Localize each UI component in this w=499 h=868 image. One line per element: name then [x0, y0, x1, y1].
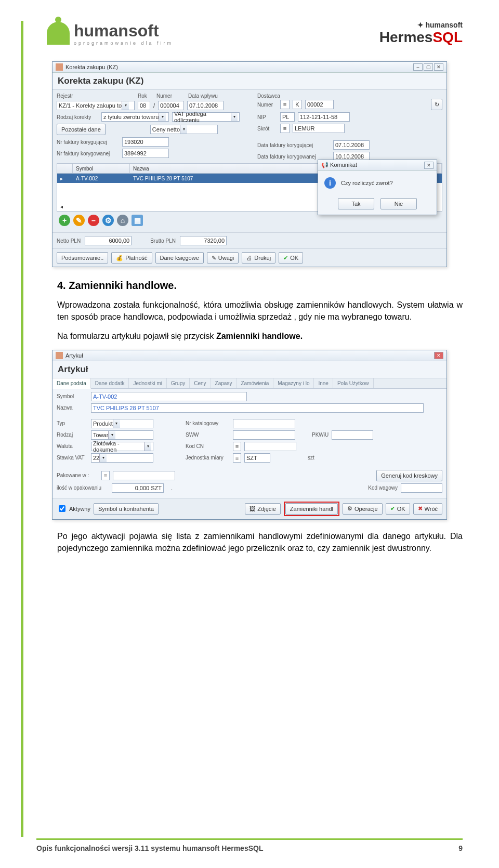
paragraph-3: Po jego aktywacji pojawia się lista z za… — [57, 530, 463, 554]
no-button[interactable]: Nie — [380, 198, 417, 209]
pozostale-dane-button[interactable]: Pozostałe dane — [57, 124, 106, 135]
label-pkwiu: PKWiU — [312, 432, 329, 438]
input-rejestr[interactable]: KZ/1 - Korekty zakupu to▾ — [57, 101, 135, 110]
tab-ceny[interactable]: Ceny — [190, 378, 211, 388]
tool2-icon[interactable]: ⌂ — [117, 215, 128, 226]
minimize-icon[interactable]: – — [413, 63, 423, 71]
podsumowanie-button[interactable]: Podsumowanie.. — [57, 252, 108, 264]
label-waluta: Waluta — [57, 443, 88, 449]
value-brutto: 7320,00 — [180, 236, 227, 245]
input-nr-fk-korygujacej[interactable]: 193020 — [122, 137, 169, 147]
tab-jednostki[interactable]: Jednostki mi — [129, 378, 167, 388]
cancel-icon: ✖ — [418, 505, 423, 512]
label-nr-fk-korygujacej: Nr faktury korygującej — [57, 139, 119, 145]
tab-inne[interactable]: Inne — [314, 378, 333, 388]
refresh-icon[interactable]: ↻ — [431, 99, 442, 110]
dialog-close-icon[interactable]: ✕ — [424, 162, 434, 169]
input-nip[interactable]: 112-121-11-58 — [298, 112, 350, 122]
zamienniki-handlowe-button[interactable]: Zamienniki handl — [285, 503, 338, 515]
checkbox-aktywny[interactable]: Aktywny — [57, 504, 90, 514]
input-kod-wagowy[interactable] — [401, 483, 442, 493]
delete-icon[interactable]: – — [88, 215, 99, 226]
app-icon — [56, 352, 63, 359]
input-numer[interactable]: 000004 — [158, 101, 184, 110]
lookup-icon[interactable]: ≡ — [233, 442, 241, 451]
platnosc-button[interactable]: 💰Płatność — [111, 252, 152, 264]
lookup-icon[interactable]: ≡ — [233, 453, 241, 463]
input-nazwa[interactable]: TVC PHILIPS 28 PT 5107 — [91, 403, 424, 413]
edit-icon[interactable]: ✎ — [73, 215, 85, 226]
check-icon: ✔ — [283, 255, 288, 261]
input-nr-fk-korygowanej[interactable]: 3894992 — [122, 149, 169, 158]
section-title: 4. Zamienniki handlowe. — [57, 280, 463, 292]
tab-dane-podsta[interactable]: Dane podsta — [52, 378, 91, 389]
maximize-icon[interactable]: ▢ — [424, 63, 433, 71]
label-netto: Netto PLN — [57, 238, 81, 244]
input-jm[interactable]: SZT — [244, 453, 270, 463]
paragraph-1: Wprowadzona została funkcjonalność, któr… — [57, 299, 463, 323]
ok-button[interactable]: ✔OK — [386, 503, 410, 515]
tab-zapasy[interactable]: Zapasy — [211, 378, 237, 388]
input-pkwiu[interactable] — [332, 430, 373, 440]
input-rodzaj[interactable]: Towar▾ — [91, 430, 153, 440]
tab-grupy[interactable]: Grupy — [167, 378, 190, 388]
tool-icon[interactable]: ⚙ — [102, 215, 114, 226]
label-pakowane: Pakowane w : — [57, 472, 98, 478]
ok-button[interactable]: ✔OK — [279, 252, 303, 264]
input-rok[interactable]: 08 — [138, 101, 150, 110]
operacje-button[interactable]: ⚙Operacje — [343, 503, 383, 515]
zdjecie-button[interactable]: 🖼Zdjęcie — [245, 503, 280, 515]
tabs: Dane podsta Dane dodatk Jednostki mi Gru… — [52, 378, 447, 389]
label-symbol: Symbol — [57, 393, 88, 399]
tab-zamowienia[interactable]: Zamówienia — [237, 378, 273, 388]
input-symbol[interactable]: A-TV-002 — [91, 392, 247, 401]
check-icon: ✔ — [390, 505, 395, 512]
input-vat[interactable]: VAT podlega odliczeniu▾ — [172, 112, 240, 122]
generuj-kod-button[interactable]: Generuj kod kreskowy — [376, 470, 442, 481]
tab-magazyny[interactable]: Magazyny i lo — [273, 378, 314, 388]
grid-icon[interactable]: ▦ — [132, 215, 143, 226]
uwagi-button[interactable]: ✎Uwagi — [207, 252, 239, 264]
tab-dane-dodatk[interactable]: Dane dodatk — [91, 378, 129, 388]
logo-right-top: humansoft — [425, 21, 463, 29]
input-dost-numer[interactable]: 00002 — [305, 100, 334, 109]
input-sww[interactable] — [233, 430, 295, 440]
input-data-wplywu[interactable]: 07.10.2008 — [187, 101, 224, 110]
input-dost-k[interactable]: K — [293, 100, 302, 109]
input-kod-cn[interactable] — [244, 442, 296, 451]
yes-button[interactable]: Tak — [338, 198, 374, 209]
input-nr-katalogowy[interactable] — [233, 419, 295, 428]
dane-ksiegowe-button[interactable]: Dane księgowe — [155, 252, 204, 264]
logo-text: humansoft — [74, 21, 173, 41]
input-pakowane[interactable] — [113, 471, 175, 480]
tab-pola-uzytk[interactable]: Pola Użytkow — [333, 378, 374, 388]
input-waluta[interactable]: Złotówka - dokumen▾ — [91, 442, 153, 451]
money-icon: 💰 — [116, 255, 123, 261]
input-skrot[interactable]: LEMUR — [293, 124, 345, 133]
lookup-icon[interactable]: ≡ — [280, 100, 290, 109]
input-nip-cc[interactable]: PL — [280, 112, 295, 122]
input-stawka-vat[interactable]: 22▾ — [91, 453, 153, 463]
input-ilosc-opak[interactable]: 0,000 SZT — [112, 483, 164, 493]
input-data-fk-korygujacej[interactable]: 07.10.2008 — [333, 140, 370, 150]
value-netto: 6000,00 — [85, 236, 132, 245]
add-icon[interactable]: + — [59, 215, 70, 226]
label-szt: szt — [308, 455, 314, 461]
wroc-button[interactable]: ✖Wróć — [413, 503, 442, 515]
dialog-title: Komunikat — [330, 162, 357, 168]
input-ceny[interactable]: Ceny netto▾ — [150, 125, 218, 134]
th-symbol: Symbol — [73, 164, 130, 173]
symbol-kontrahenta-button[interactable]: Symbol u kontrahenta — [94, 503, 159, 515]
input-typ[interactable]: Produkt▾ — [91, 419, 153, 428]
label-dost-numer: Numer — [257, 102, 277, 108]
label-data-fk-korygowanej: Data faktury korygowanej — [257, 154, 330, 160]
close-icon[interactable]: ✕ — [434, 352, 443, 359]
drukuj-button[interactable]: 🖨Drukuj — [242, 252, 275, 264]
lookup-icon-2[interactable]: ≡ — [280, 124, 290, 133]
input-rodzaj-korekty[interactable]: z tytułu zwrotu towaru▾ — [101, 112, 169, 122]
close-icon[interactable]: ✕ — [434, 63, 443, 71]
window-heading: Korekta zakupu (KZ) — [52, 73, 447, 90]
image-icon: 🖼 — [250, 506, 255, 512]
lookup-icon[interactable]: ≡ — [101, 471, 110, 480]
dialog-message: Czy rozliczyć zwrot? — [341, 180, 393, 186]
